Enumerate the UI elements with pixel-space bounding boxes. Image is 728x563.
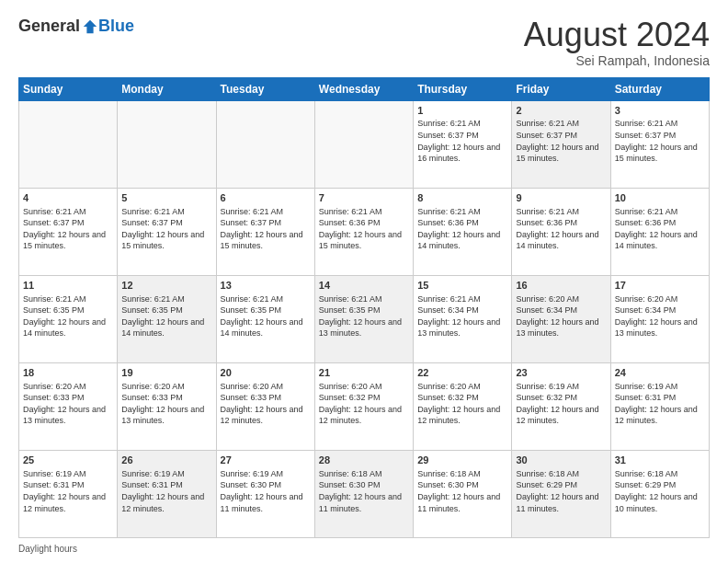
calendar-cell: 17Sunrise: 6:20 AM Sunset: 6:34 PM Dayli… [610, 275, 709, 362]
calendar-cell: 12Sunrise: 6:21 AM Sunset: 6:35 PM Dayli… [118, 275, 216, 362]
calendar-day-header: Saturday [610, 77, 709, 100]
day-number: 12 [121, 279, 211, 293]
page: General Blue August 2024 Sei Rampah, Ind… [0, 0, 728, 563]
title-block: August 2024 Sei Rampah, Indonesia [524, 17, 710, 68]
day-number: 28 [319, 454, 409, 467]
day-number: 15 [417, 279, 507, 293]
day-number: 4 [23, 191, 113, 205]
day-info: Sunrise: 6:21 AM Sunset: 6:37 PM Dayligh… [121, 206, 211, 252]
day-number: 2 [516, 104, 606, 118]
calendar-cell: 6Sunrise: 6:21 AM Sunset: 6:37 PM Daylig… [216, 188, 314, 275]
day-info: Sunrise: 6:20 AM Sunset: 6:32 PM Dayligh… [417, 381, 507, 427]
day-number: 29 [417, 454, 507, 467]
day-info: Sunrise: 6:20 AM Sunset: 6:32 PM Dayligh… [319, 381, 409, 427]
logo-icon [82, 18, 98, 35]
day-number: 20 [221, 366, 311, 380]
day-info: Sunrise: 6:18 AM Sunset: 6:30 PM Dayligh… [319, 468, 409, 514]
logo-blue-text: Blue [98, 17, 134, 36]
calendar-cell: 18Sunrise: 6:20 AM Sunset: 6:33 PM Dayli… [19, 362, 118, 450]
day-info: Sunrise: 6:18 AM Sunset: 6:30 PM Dayligh… [417, 468, 507, 514]
calendar-cell: 21Sunrise: 6:20 AM Sunset: 6:32 PM Dayli… [314, 362, 413, 450]
logo-general-text: General [18, 17, 80, 36]
calendar-day-header: Wednesday [314, 77, 413, 100]
day-number: 16 [516, 279, 606, 293]
day-number: 1 [417, 104, 507, 118]
daylight-label: Daylight hours [18, 544, 77, 554]
day-number: 27 [221, 454, 311, 467]
calendar-cell: 31Sunrise: 6:18 AM Sunset: 6:29 PM Dayli… [610, 450, 709, 537]
calendar-cell: 28Sunrise: 6:18 AM Sunset: 6:30 PM Dayli… [314, 450, 413, 537]
footer: Daylight hours [18, 544, 710, 554]
day-number: 5 [121, 191, 211, 205]
calendar-day-header: Friday [512, 77, 610, 100]
calendar-cell [314, 100, 413, 188]
calendar-cell: 11Sunrise: 6:21 AM Sunset: 6:35 PM Dayli… [19, 275, 118, 362]
calendar-cell: 13Sunrise: 6:21 AM Sunset: 6:35 PM Dayli… [216, 275, 314, 362]
calendar-week-row: 25Sunrise: 6:19 AM Sunset: 6:31 PM Dayli… [19, 450, 710, 537]
calendar-cell: 10Sunrise: 6:21 AM Sunset: 6:36 PM Dayli… [610, 188, 709, 275]
day-number: 25 [23, 454, 113, 467]
day-info: Sunrise: 6:21 AM Sunset: 6:37 PM Dayligh… [516, 118, 606, 164]
day-info: Sunrise: 6:19 AM Sunset: 6:31 PM Dayligh… [615, 381, 705, 427]
day-number: 26 [121, 454, 211, 467]
day-info: Sunrise: 6:21 AM Sunset: 6:36 PM Dayligh… [516, 206, 606, 252]
day-info: Sunrise: 6:20 AM Sunset: 6:34 PM Dayligh… [615, 293, 705, 339]
day-info: Sunrise: 6:21 AM Sunset: 6:36 PM Dayligh… [615, 206, 705, 252]
calendar-header-row: SundayMondayTuesdayWednesdayThursdayFrid… [19, 77, 710, 100]
day-info: Sunrise: 6:18 AM Sunset: 6:29 PM Dayligh… [516, 468, 606, 514]
calendar-week-row: 4Sunrise: 6:21 AM Sunset: 6:37 PM Daylig… [19, 188, 710, 275]
calendar-day-header: Thursday [414, 77, 512, 100]
day-info: Sunrise: 6:21 AM Sunset: 6:36 PM Dayligh… [319, 206, 409, 252]
subtitle: Sei Rampah, Indonesia [524, 53, 710, 68]
calendar-cell: 27Sunrise: 6:19 AM Sunset: 6:30 PM Dayli… [216, 450, 314, 537]
day-info: Sunrise: 6:21 AM Sunset: 6:36 PM Dayligh… [417, 206, 507, 252]
calendar-table: SundayMondayTuesdayWednesdayThursdayFrid… [18, 77, 710, 538]
calendar-cell [216, 100, 314, 188]
day-info: Sunrise: 6:21 AM Sunset: 6:35 PM Dayligh… [319, 293, 409, 339]
day-info: Sunrise: 6:21 AM Sunset: 6:35 PM Dayligh… [121, 293, 211, 339]
calendar-day-header: Tuesday [216, 77, 314, 100]
calendar-cell: 26Sunrise: 6:19 AM Sunset: 6:31 PM Dayli… [118, 450, 216, 537]
day-number: 8 [417, 191, 507, 205]
day-number: 6 [221, 191, 311, 205]
calendar-cell: 25Sunrise: 6:19 AM Sunset: 6:31 PM Dayli… [19, 450, 118, 537]
day-number: 21 [319, 366, 409, 380]
day-number: 17 [615, 279, 705, 293]
calendar-cell: 5Sunrise: 6:21 AM Sunset: 6:37 PM Daylig… [118, 188, 216, 275]
day-number: 30 [516, 454, 606, 467]
day-number: 11 [23, 279, 113, 293]
day-info: Sunrise: 6:18 AM Sunset: 6:29 PM Dayligh… [615, 468, 705, 514]
day-info: Sunrise: 6:19 AM Sunset: 6:31 PM Dayligh… [121, 468, 211, 514]
day-number: 24 [615, 366, 705, 380]
calendar-cell [19, 100, 118, 188]
calendar-cell: 15Sunrise: 6:21 AM Sunset: 6:34 PM Dayli… [414, 275, 512, 362]
day-number: 10 [615, 191, 705, 205]
calendar-cell: 20Sunrise: 6:20 AM Sunset: 6:33 PM Dayli… [216, 362, 314, 450]
day-info: Sunrise: 6:21 AM Sunset: 6:34 PM Dayligh… [417, 293, 507, 339]
day-number: 7 [319, 191, 409, 205]
calendar-cell: 30Sunrise: 6:18 AM Sunset: 6:29 PM Dayli… [512, 450, 610, 537]
day-number: 9 [516, 191, 606, 205]
day-info: Sunrise: 6:21 AM Sunset: 6:37 PM Dayligh… [417, 118, 507, 164]
header: General Blue August 2024 Sei Rampah, Ind… [18, 17, 710, 68]
calendar-cell [118, 100, 216, 188]
main-title: August 2024 [524, 17, 710, 53]
day-info: Sunrise: 6:20 AM Sunset: 6:33 PM Dayligh… [121, 381, 211, 427]
day-info: Sunrise: 6:21 AM Sunset: 6:35 PM Dayligh… [23, 293, 113, 339]
calendar-day-header: Monday [118, 77, 216, 100]
day-number: 19 [121, 366, 211, 380]
day-info: Sunrise: 6:21 AM Sunset: 6:35 PM Dayligh… [221, 293, 311, 339]
day-info: Sunrise: 6:19 AM Sunset: 6:32 PM Dayligh… [516, 381, 606, 427]
day-info: Sunrise: 6:21 AM Sunset: 6:37 PM Dayligh… [221, 206, 311, 252]
calendar-week-row: 18Sunrise: 6:20 AM Sunset: 6:33 PM Dayli… [19, 362, 710, 450]
day-number: 31 [615, 454, 705, 467]
calendar-cell: 29Sunrise: 6:18 AM Sunset: 6:30 PM Dayli… [414, 450, 512, 537]
day-info: Sunrise: 6:19 AM Sunset: 6:30 PM Dayligh… [221, 468, 311, 514]
calendar-cell: 2Sunrise: 6:21 AM Sunset: 6:37 PM Daylig… [512, 100, 610, 188]
day-number: 13 [221, 279, 311, 293]
day-number: 3 [615, 104, 705, 118]
day-info: Sunrise: 6:20 AM Sunset: 6:33 PM Dayligh… [221, 381, 311, 427]
calendar-cell: 14Sunrise: 6:21 AM Sunset: 6:35 PM Dayli… [314, 275, 413, 362]
day-number: 22 [417, 366, 507, 380]
calendar-week-row: 11Sunrise: 6:21 AM Sunset: 6:35 PM Dayli… [19, 275, 710, 362]
